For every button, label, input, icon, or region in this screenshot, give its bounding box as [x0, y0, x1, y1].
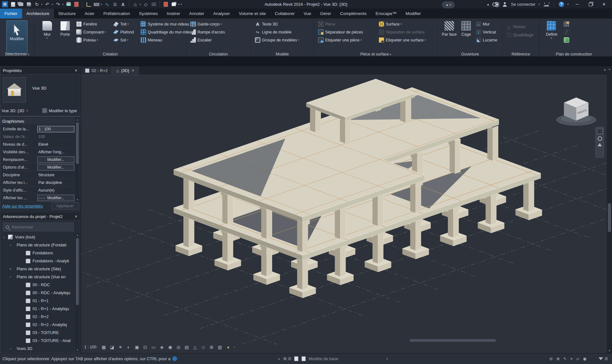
meneau-button[interactable]: Meneau [140, 36, 163, 44]
property-value[interactable]: 100 [37, 134, 74, 140]
tree-item[interactable]: 00 - RDC - Analytiqu [0, 289, 75, 297]
save-icon[interactable] [26, 1, 32, 7]
pending-requests[interactable]: :0 [283, 356, 291, 361]
selection-toggle-icon[interactable]: ⊕ [556, 356, 560, 361]
garde-corps-button[interactable]: Garde-corps [190, 20, 223, 28]
tree-item[interactable]: Fondations [0, 249, 75, 257]
view3d-caret-icon[interactable] [139, 3, 141, 6]
ribbon-tab[interactable]: Fichier [0, 9, 22, 18]
property-row[interactable]: Visibilité des... Afficher l'orig... [0, 148, 81, 156]
help-icon[interactable] [559, 2, 564, 7]
navigation-wheel-icon[interactable] [597, 128, 603, 134]
property-value[interactable]: Par discipline [37, 179, 74, 186]
poteau-button[interactable]: Poteau [75, 36, 99, 44]
view-control-icon[interactable]: ▤ [184, 344, 190, 350]
ribbon-tab[interactable]: Enscape™ [371, 9, 401, 18]
3d-model-view[interactable]: DROITE [81, 75, 607, 353]
ribbon-display-toggle[interactable] [442, 1, 455, 8]
modify-type-button[interactable]: Modifier le type [42, 108, 77, 113]
dynamo-icon[interactable] [172, 356, 177, 361]
undo-icon[interactable] [44, 1, 50, 7]
systeme-mur-rideau-button[interactable]: Système de mur-rideau [140, 20, 190, 28]
escalier-button[interactable]: Escalier [190, 36, 213, 44]
selection-toggle-icon[interactable]: ⌖ [570, 356, 572, 361]
plafond-button[interactable]: Plafond [112, 28, 135, 36]
porte-button[interactable]: Porte [57, 20, 73, 37]
model-line-icon[interactable] [104, 1, 110, 7]
scroll-up-icon[interactable]: ▴ [75, 233, 79, 237]
composant-button[interactable]: Composant [75, 28, 107, 36]
view-selector-dropdown[interactable]: Vue 3D: {3D [0, 107, 39, 114]
search-icon[interactable] [492, 3, 499, 6]
view-control-icon[interactable]: ▭ [151, 344, 156, 350]
view-tab-menu-icon[interactable] [604, 68, 606, 72]
navigation-bar[interactable] [595, 127, 604, 157]
groupe-modeles-button[interactable]: Groupe de modèles [254, 36, 300, 44]
store-cart-icon[interactable] [544, 3, 549, 6]
worksets-icon[interactable] [294, 356, 298, 361]
vertical-button[interactable]: Vertical [475, 28, 497, 36]
scroll-up-icon[interactable]: ▴ [75, 118, 79, 122]
view-control-icon[interactable]: △ [192, 344, 198, 350]
selection-toggle-icon[interactable]: ↖ [563, 356, 567, 361]
close-view-icon[interactable] [131, 69, 134, 73]
scroll-down-icon[interactable]: ▾ [75, 348, 79, 352]
tree-item[interactable]: Vues 3D [0, 345, 75, 353]
view-control-icon[interactable]: ◐ [126, 344, 131, 350]
view-control-icon[interactable]: ⊞ [209, 344, 214, 350]
property-row[interactable]: Style d'affic... Aucun(e) [0, 186, 81, 194]
switch-windows-icon[interactable] [171, 1, 177, 7]
horizontal-scrollbar-thumb[interactable] [410, 339, 496, 342]
view-control-icon[interactable]: ☀ [117, 344, 123, 350]
properties-help-link[interactable]: Aide sur les propriétés [2, 204, 43, 208]
panel-label-selectionner[interactable]: Sélectionner [0, 52, 34, 56]
collapse-bar-icon[interactable] [234, 345, 235, 349]
etiqueter-surface-button[interactable]: Etiqueter une surface [378, 36, 427, 44]
toit-button[interactable]: Toit [112, 20, 130, 28]
aligned-dimension-icon[interactable] [93, 1, 100, 7]
property-row[interactable]: Niveau de d... Elevé [0, 141, 81, 148]
measure-icon[interactable] [86, 1, 92, 7]
property-row[interactable]: Afficher les l... Par discipline [0, 179, 81, 186]
default-3d-view-icon[interactable] [132, 1, 138, 7]
print-icon[interactable] [65, 1, 71, 7]
visionneuse-button[interactable] [563, 36, 570, 44]
navbar-expand-icon[interactable] [598, 143, 602, 146]
ribbon-tab[interactable]: Systèmes [134, 9, 162, 18]
collapse-search-icon[interactable] [487, 2, 489, 7]
property-row[interactable]: Discipline Structure [0, 171, 81, 179]
close-button[interactable] [599, 0, 609, 9]
ribbon-tab[interactable]: Annoter [185, 9, 209, 18]
close-icon[interactable] [75, 215, 78, 219]
ribbon-tab[interactable]: Acier [80, 9, 99, 18]
definir-button[interactable]: Définir [543, 20, 560, 40]
search-input[interactable] [12, 225, 63, 229]
property-value[interactable]: 1 : 100 [37, 126, 74, 132]
property-row[interactable]: Valeur de l'é... 100 [0, 133, 81, 141]
ribbon-tab[interactable]: Structure [54, 9, 80, 18]
view-control-icon[interactable]: ▦ [101, 344, 107, 350]
text-icon[interactable] [120, 1, 126, 7]
view-control-icon[interactable]: ◪ [109, 344, 115, 350]
switch-windows-caret-icon[interactable] [178, 3, 179, 6]
property-value[interactable]: Modifier... [37, 164, 74, 171]
browser-scrollbar[interactable]: ▴ ▾ [75, 233, 79, 352]
apply-button[interactable]: Appliquer [51, 202, 79, 209]
sol-button[interactable]: Sol [112, 36, 129, 44]
afficher-plan-button[interactable] [563, 20, 570, 28]
tree-expander-icon[interactable] [9, 243, 14, 247]
view-control-icon[interactable]: ◉ [167, 344, 173, 350]
ribbon-tab[interactable]: Insérer [162, 9, 185, 18]
selection-toggle-icon[interactable]: ⊘ [549, 356, 553, 361]
section-icon[interactable] [143, 1, 149, 7]
property-value[interactable]: Structure [37, 172, 74, 178]
selection-toggle-icon[interactable]: ▱ [576, 356, 579, 361]
tree-item[interactable]: 00 - RDC [0, 281, 75, 289]
vertical-scrollbar[interactable]: ▴ ▾ [607, 66, 612, 353]
ribbon-tab[interactable]: Préfabrication [99, 9, 134, 18]
undo-caret-icon[interactable] [52, 3, 53, 6]
view-control-icon[interactable]: ▥ [217, 344, 223, 350]
sync-caret-icon[interactable] [41, 3, 42, 6]
etiqueter-piece-button[interactable]: Etiqueter une pièce [317, 36, 363, 44]
tree-item[interactable]: 01 - R+1 - Analytiqu [0, 305, 75, 313]
